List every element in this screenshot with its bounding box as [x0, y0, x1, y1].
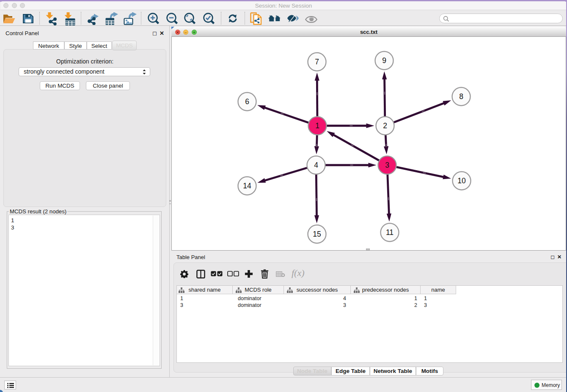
- svg-text:15: 15: [313, 230, 321, 238]
- svg-text:6: 6: [245, 97, 249, 106]
- svg-text:9: 9: [382, 56, 386, 65]
- svg-text:1: 1: [315, 121, 319, 130]
- svg-text:3: 3: [385, 161, 389, 169]
- svg-text:4: 4: [314, 161, 318, 169]
- svg-text:2: 2: [383, 121, 387, 130]
- svg-text:14: 14: [243, 182, 251, 190]
- svg-text:8: 8: [459, 92, 463, 101]
- svg-text:7: 7: [315, 58, 319, 66]
- svg-text:11: 11: [386, 228, 394, 237]
- svg-text:10: 10: [457, 177, 466, 185]
